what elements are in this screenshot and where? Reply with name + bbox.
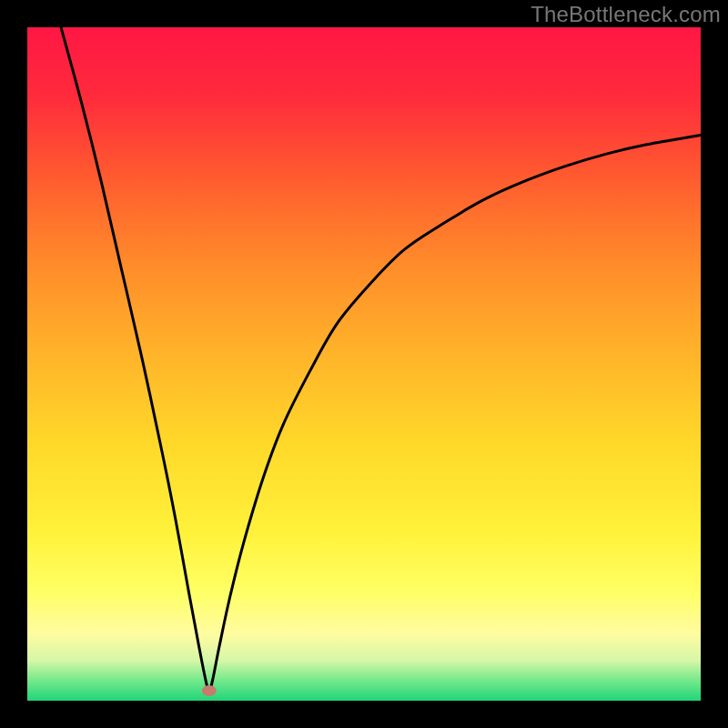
watermark-text: TheBottleneck.com: [531, 2, 721, 27]
chart-frame: TheBottleneck.com: [0, 0, 728, 728]
plot-area: [27, 27, 701, 701]
chart-background: [27, 27, 701, 701]
optimal-point-marker: [202, 685, 217, 696]
chart-svg: [27, 27, 701, 701]
